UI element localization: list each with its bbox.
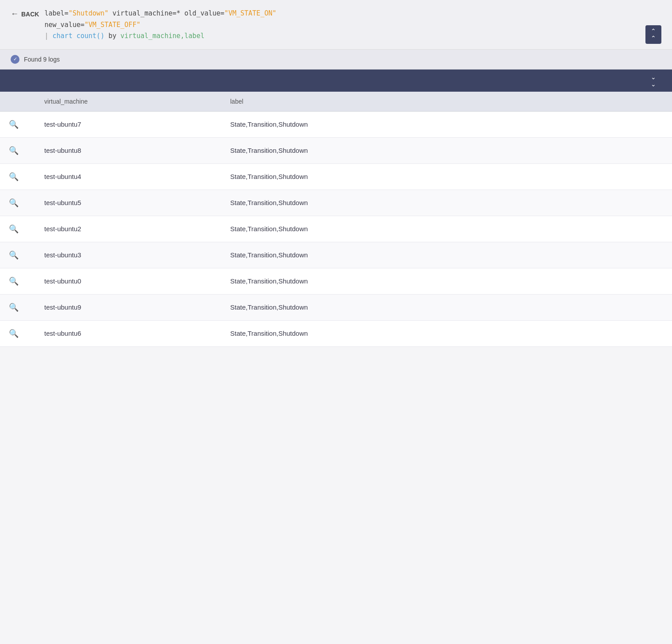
row-vm: test-ubuntu5 [35, 190, 221, 216]
table-row: 🔍test-ubuntu9State,Transition,Shutdown [0, 294, 672, 320]
row-search-icon[interactable]: 🔍 [9, 172, 19, 182]
back-button[interactable]: ← BACK [11, 8, 39, 19]
found-logs-bar: ✓ Found 9 logs [0, 50, 672, 70]
row-search-icon[interactable]: 🔍 [9, 224, 19, 234]
query-newval-key: new_value= [44, 21, 84, 29]
col-header-vm: virtual_machine [35, 92, 221, 112]
row-icon-cell: 🔍 [0, 242, 35, 268]
query-chart-func: chart count() [48, 32, 104, 40]
query-text: label="Shutdown" virtual_machine=* old_v… [44, 8, 661, 42]
row-search-icon[interactable]: 🔍 [9, 146, 19, 155]
row-icon-cell: 🔍 [0, 137, 35, 163]
row-search-icon[interactable]: 🔍 [9, 303, 19, 312]
row-label: State,Transition,Shutdown [221, 242, 672, 268]
table-body: 🔍test-ubuntu7State,Transition,Shutdown🔍t… [0, 111, 672, 346]
row-vm: test-ubuntu0 [35, 268, 221, 294]
query-by: by [104, 32, 120, 40]
row-label: State,Transition,Shutdown [221, 216, 672, 242]
col-header-label: label [221, 92, 672, 112]
row-icon-cell: 🔍 [0, 163, 35, 190]
table-row: 🔍test-ubuntu5State,Transition,Shutdown [0, 190, 672, 216]
row-vm: test-ubuntu7 [35, 111, 221, 137]
table-row: 🔍test-ubuntu8State,Transition,Shutdown [0, 137, 672, 163]
query-label-val: "Shutdown" [69, 9, 108, 17]
row-vm: test-ubuntu3 [35, 242, 221, 268]
query-newval-val: "VM_STATE_OFF" [85, 21, 140, 29]
query-label-key: label= [44, 9, 68, 17]
row-search-icon[interactable]: 🔍 [9, 120, 19, 129]
row-search-icon[interactable]: 🔍 [9, 250, 19, 260]
table-header: virtual_machine label [0, 92, 672, 112]
table-row: 🔍test-ubuntu4State,Transition,Shutdown [0, 163, 672, 190]
row-label: State,Transition,Shutdown [221, 320, 672, 346]
table-row: 🔍test-ubuntu3State,Transition,Shutdown [0, 242, 672, 268]
row-vm: test-ubuntu9 [35, 294, 221, 320]
row-icon-cell: 🔍 [0, 320, 35, 346]
row-label: State,Transition,Shutdown [221, 268, 672, 294]
row-vm: test-ubuntu6 [35, 320, 221, 346]
row-label: State,Transition,Shutdown [221, 137, 672, 163]
row-label: State,Transition,Shutdown [221, 190, 672, 216]
table-row: 🔍test-ubuntu0State,Transition,Shutdown [0, 268, 672, 294]
query-vm-key: virtual_machine=* old_value= [108, 9, 224, 17]
row-icon-cell: 🔍 [0, 268, 35, 294]
table-row: 🔍test-ubuntu6State,Transition,Shutdown [0, 320, 672, 346]
row-vm: test-ubuntu8 [35, 137, 221, 163]
collapse-top-button[interactable]: ⌃⌃ [645, 25, 661, 44]
row-icon-cell: 🔍 [0, 216, 35, 242]
found-logs-text: Found 9 logs [24, 56, 60, 63]
query-bar: ← BACK label="Shutdown" virtual_machine=… [0, 0, 672, 50]
row-search-icon[interactable]: 🔍 [9, 198, 19, 208]
col-header-icon [0, 92, 35, 112]
row-vm: test-ubuntu2 [35, 216, 221, 242]
check-icon: ✓ [11, 55, 19, 64]
back-label: BACK [21, 11, 39, 18]
row-label: State,Transition,Shutdown [221, 294, 672, 320]
expand-icon: ⌄⌄ [651, 74, 656, 88]
query-line-3: | chart count() by virtual_machine,label [44, 31, 661, 42]
row-label: State,Transition,Shutdown [221, 163, 672, 190]
row-icon-cell: 🔍 [0, 111, 35, 137]
table-row: 🔍test-ubuntu7State,Transition,Shutdown [0, 111, 672, 137]
query-fields: virtual_machine,label [120, 32, 205, 40]
table-row: 🔍test-ubuntu2State,Transition,Shutdown [0, 216, 672, 242]
row-search-icon[interactable]: 🔍 [9, 276, 19, 286]
back-arrow-icon: ← [11, 9, 19, 19]
row-search-icon[interactable]: 🔍 [9, 329, 19, 338]
row-icon-cell: 🔍 [0, 294, 35, 320]
table-header-row: virtual_machine label [0, 92, 672, 112]
row-label: State,Transition,Shutdown [221, 111, 672, 137]
table-controls-bar: ⌄⌄ [0, 70, 672, 92]
row-icon-cell: 🔍 [0, 190, 35, 216]
collapse-top-icon: ⌃⌃ [651, 27, 656, 42]
expand-button[interactable]: ⌄⌄ [645, 71, 661, 90]
results-table: virtual_machine label 🔍test-ubuntu7State… [0, 92, 672, 347]
query-line-1: label="Shutdown" virtual_machine=* old_v… [44, 8, 661, 19]
query-line-2: new_value="VM_STATE_OFF" [44, 19, 661, 31]
query-old-val: "VM_STATE_ON" [224, 9, 276, 17]
row-vm: test-ubuntu4 [35, 163, 221, 190]
